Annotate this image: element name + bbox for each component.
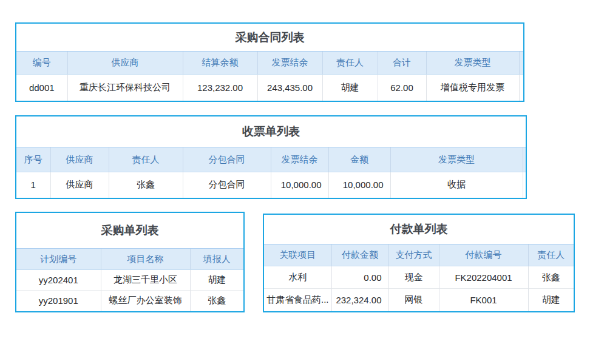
cell-settle-balance: 123,232.00 <box>183 75 257 101</box>
cell-related-project: 水利 <box>264 266 331 289</box>
purchase-order-grid: 计划编号 项目名称 填报人 yy202401 龙湖三千里小区 胡建 yy2019… <box>16 248 243 311</box>
header-row: 序号 供应商 责任人 分包合同 发票结余 金额 发票类型 <box>16 147 526 172</box>
cell-invoice-type: 收据 <box>390 172 523 198</box>
header-row: 计划编号 项目名称 填报人 <box>16 249 243 270</box>
table-row[interactable]: 水利 0.00 现金 FK202204001 张鑫 <box>264 266 574 289</box>
purchase-order-table: 采购单列表 计划编号 项目名称 填报人 yy202401 龙湖三千里小区 胡建 … <box>15 212 245 312</box>
header-row: 关联项目 付款金额 支付方式 付款编号 责任人 <box>264 244 574 266</box>
column-header: 发票类型 <box>390 147 523 172</box>
cell-pay-method: 现金 <box>388 266 439 289</box>
table-row[interactable]: 甘肃省食品药... 232,324.00 网银 FK001 胡建 <box>264 289 574 311</box>
receipt-table: 收票单列表 序号 供应商 责任人 分包合同 发票结余 金额 发票类型 1 供应商… <box>15 115 527 199</box>
header-row: 编号 供应商 结算余额 发票结余 责任人 合计 发票类型 <box>16 52 523 75</box>
cell-total: 62.00 <box>378 75 426 101</box>
cell-owner: 张鑫 <box>109 172 183 198</box>
purchase-contract-title: 采购合同列表 <box>16 24 523 51</box>
cell-owner: 胡建 <box>322 75 378 101</box>
column-header: 项目名称 <box>101 249 190 270</box>
cell-project-name: 龙湖三千里小区 <box>101 270 190 291</box>
column-header: 发票类型 <box>426 52 519 75</box>
cell-pay-code: FK001 <box>439 289 528 311</box>
cell-pay-amount: 0.00 <box>331 266 388 289</box>
cell-pay-code: FK202204001 <box>439 266 528 289</box>
column-header: 支付方式 <box>388 244 439 266</box>
column-header: 计划编号 <box>16 249 101 270</box>
cell-subcontract: 分包合同 <box>183 172 271 198</box>
filler-column <box>523 147 526 172</box>
column-header: 供应商 <box>50 147 109 172</box>
cell-reporter: 胡建 <box>190 270 243 291</box>
column-header: 付款金额 <box>331 244 388 266</box>
column-header: 供应商 <box>67 52 183 75</box>
filler-cell <box>523 172 526 198</box>
column-header: 付款编号 <box>439 244 528 266</box>
payment-grid: 关联项目 付款金额 支付方式 付款编号 责任人 水利 0.00 现金 FK202… <box>264 244 574 311</box>
cell-reporter: 张鑫 <box>190 291 243 311</box>
column-header: 发票结余 <box>257 52 322 75</box>
purchase-contract-table: 采购合同列表 编号 供应商 结算余额 发票结余 责任人 合计 发票类型 dd00… <box>15 22 524 102</box>
cell-plan-code: yy201901 <box>16 291 101 311</box>
table-row[interactable]: yy201901 螺丝厂办公室装饰 张鑫 <box>16 291 243 311</box>
cell-invoice-balance: 243,435.00 <box>257 75 322 101</box>
column-header: 金额 <box>328 147 390 172</box>
filler-cell <box>519 75 523 101</box>
cell-pay-amount: 232,324.00 <box>331 289 388 311</box>
purchase-order-title: 采购单列表 <box>16 213 243 248</box>
column-header: 编号 <box>16 52 67 75</box>
column-header: 发票结余 <box>271 147 328 172</box>
payment-table: 付款单列表 关联项目 付款金额 支付方式 付款编号 责任人 水利 0.00 现金… <box>263 214 575 312</box>
cell-invoice-balance: 10,000.00 <box>271 172 328 198</box>
column-header: 合计 <box>378 52 426 75</box>
payment-title: 付款单列表 <box>264 215 574 244</box>
column-header: 责任人 <box>528 244 574 266</box>
cell-supplier: 供应商 <box>50 172 109 198</box>
column-header: 分包合同 <box>183 147 271 172</box>
purchase-contract-grid: 编号 供应商 结算余额 发票结余 责任人 合计 发票类型 dd001 重庆长江环… <box>16 51 523 101</box>
cell-project-name: 螺丝厂办公室装饰 <box>101 291 190 311</box>
cell-index: 1 <box>16 172 50 198</box>
column-header: 责任人 <box>109 147 183 172</box>
cell-amount: 10,000.00 <box>328 172 390 198</box>
column-header: 责任人 <box>322 52 378 75</box>
filler-column <box>519 52 523 75</box>
cell-pay-method: 网银 <box>388 289 439 311</box>
column-header: 填报人 <box>190 249 243 270</box>
receipt-title: 收票单列表 <box>16 116 526 147</box>
table-row[interactable]: 1 供应商 张鑫 分包合同 10,000.00 10,000.00 收据 <box>16 172 526 198</box>
cell-related-project: 甘肃省食品药... <box>264 289 331 311</box>
cell-invoice-type: 增值税专用发票 <box>426 75 519 101</box>
cell-owner: 胡建 <box>528 289 574 311</box>
table-row[interactable]: yy202401 龙湖三千里小区 胡建 <box>16 270 243 291</box>
column-header: 序号 <box>16 147 50 172</box>
receipt-grid: 序号 供应商 责任人 分包合同 发票结余 金额 发票类型 1 供应商 张鑫 分包… <box>16 147 526 198</box>
column-header: 结算余额 <box>183 52 257 75</box>
table-row[interactable]: dd001 重庆长江环保科技公司 123,232.00 243,435.00 胡… <box>16 75 523 101</box>
cell-supplier: 重庆长江环保科技公司 <box>67 75 183 101</box>
cell-owner: 张鑫 <box>528 266 574 289</box>
cell-plan-code: yy202401 <box>16 270 101 291</box>
cell-code: dd001 <box>16 75 67 101</box>
column-header: 关联项目 <box>264 244 331 266</box>
